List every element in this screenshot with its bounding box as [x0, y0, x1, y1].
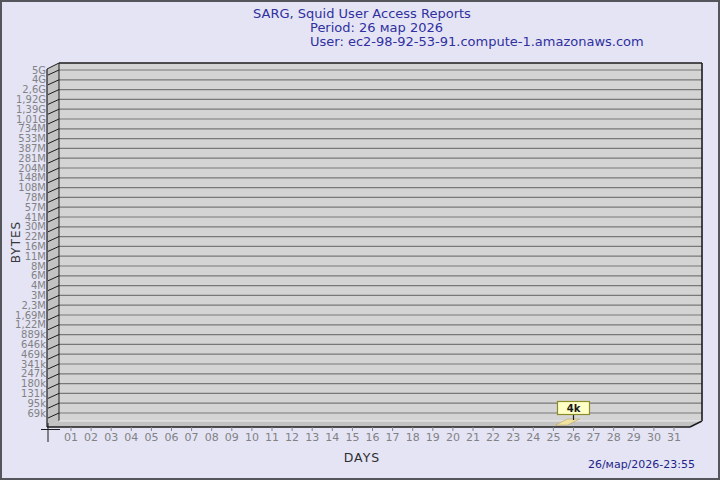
x-tick-label: 28	[607, 431, 621, 444]
x-tick-label: 14	[325, 431, 339, 444]
y-tick-label: 69k	[27, 408, 46, 419]
x-tick-label: 18	[406, 431, 420, 444]
x-tick-label: 10	[245, 431, 259, 444]
x-tick-label: 11	[265, 431, 279, 444]
plot-front-face	[59, 63, 702, 421]
x-tick-label: 25	[546, 431, 560, 444]
x-tick-label: 04	[124, 431, 138, 444]
chart-canvas: 5G4G2,6G1,92G1,39G1,01G734M533M387M281M2…	[2, 2, 720, 480]
x-tick-label: 15	[345, 431, 359, 444]
x-tick-label: 29	[627, 431, 641, 444]
x-tick-label: 21	[466, 431, 480, 444]
x-tick-label: 23	[506, 431, 520, 444]
generated-timestamp: 26/мар/2026-23:55	[588, 458, 695, 471]
sarg-report-page: SARG, Squid User Access Reports Period: …	[0, 0, 720, 480]
x-tick-label: 16	[366, 431, 380, 444]
x-tick-label: 20	[446, 431, 460, 444]
x-tick-label: 24	[526, 431, 540, 444]
x-tick-label: 26	[567, 431, 581, 444]
x-tick-label: 31	[667, 431, 681, 444]
x-tick-label: 01	[64, 431, 78, 444]
x-tick-label: 07	[185, 431, 199, 444]
x-tick-label: 22	[486, 431, 500, 444]
x-tick-label: 05	[144, 431, 158, 444]
y-axis-title: BYTES	[9, 211, 23, 273]
x-tick-label: 03	[104, 431, 118, 444]
x-tick-label: 02	[84, 431, 98, 444]
x-tick-label: 17	[386, 431, 400, 444]
x-tick-label: 06	[165, 431, 179, 444]
x-tick-label: 12	[285, 431, 299, 444]
x-tick-label: 19	[426, 431, 440, 444]
x-tick-label: 30	[647, 431, 661, 444]
x-tick-label: 13	[305, 431, 319, 444]
plot-bottom-face	[47, 421, 702, 427]
plot-left-face	[47, 63, 59, 427]
value-flag-label: 4k	[567, 403, 581, 414]
x-tick-label: 27	[587, 431, 601, 444]
x-tick-label: 09	[225, 431, 239, 444]
x-tick-label: 08	[205, 431, 219, 444]
